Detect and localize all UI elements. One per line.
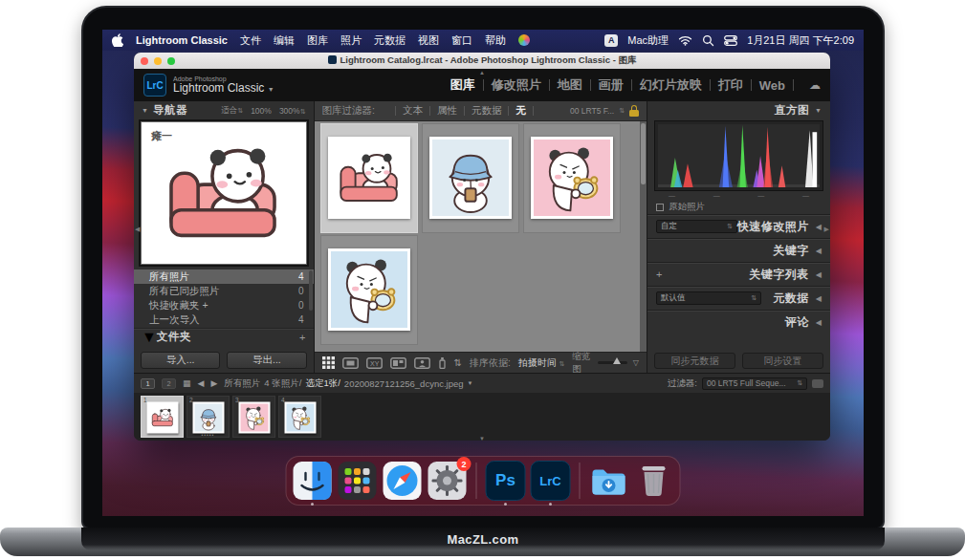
- dock-safari-icon[interactable]: [383, 461, 423, 501]
- photo-cell-1-selected[interactable]: [320, 123, 418, 233]
- filter-lock-icon[interactable]: [629, 105, 639, 117]
- photo-cell-4[interactable]: [320, 235, 418, 345]
- menu-file[interactable]: 文件: [240, 33, 261, 48]
- histogram-header[interactable]: 直方图 ▼: [647, 101, 830, 119]
- filmstrip-thumb-4[interactable]: 4: [278, 396, 321, 438]
- folders-header[interactable]: ▼ 文件夹 +: [134, 328, 314, 345]
- zoom-fit-option[interactable]: 适合⇅: [221, 105, 243, 117]
- sort-value-select[interactable]: 拍摄时间 ⇅: [518, 356, 565, 370]
- catalog-previous-import[interactable]: 上一次导入 4: [134, 312, 314, 327]
- sort-direction-icon[interactable]: ⇅: [454, 357, 462, 368]
- identity-caret-icon[interactable]: ▼: [268, 86, 274, 93]
- filmstrip-source-indicator[interactable]: 所有照片 4 张照片/ 选定1张/ 20200827121256_dcync.j…: [224, 377, 472, 390]
- navigator-preview[interactable]: 瘫一: [141, 121, 307, 265]
- dock-trash-icon[interactable]: [634, 461, 674, 501]
- quick-develop-preset-select[interactable]: 自定⇅: [656, 220, 737, 233]
- metadata-preset-select[interactable]: 默认值⇅: [656, 291, 761, 305]
- control-center-icon[interactable]: [724, 35, 737, 46]
- module-web[interactable]: Web: [759, 78, 785, 93]
- dock-photoshop-icon[interactable]: Ps: [486, 461, 526, 501]
- metadata-section[interactable]: 默认值⇅ 元数据 ◀: [647, 286, 830, 310]
- back-arrow-icon[interactable]: ◀: [198, 378, 205, 388]
- module-slideshow[interactable]: 幻灯片放映: [640, 76, 702, 94]
- filmstrip-thumb-3[interactable]: 3: [232, 396, 275, 438]
- painter-spray-icon[interactable]: [438, 356, 447, 369]
- top-panel-collapse-arrow[interactable]: ▲: [479, 70, 485, 75]
- main-window-button[interactable]: 1: [141, 378, 155, 389]
- module-map[interactable]: 地图: [558, 76, 582, 94]
- catalog-quick-collection[interactable]: 快捷收藏夹 + 0: [134, 298, 314, 312]
- menubar-clock[interactable]: 1月21日 周四 下午2:09: [747, 33, 854, 48]
- catalog-synced-photos[interactable]: 所有已同步照片 0: [134, 284, 314, 298]
- sync-settings-button[interactable]: 同步设置: [742, 353, 823, 369]
- grid-scrollbar[interactable]: [640, 121, 647, 352]
- slider-knob[interactable]: [613, 357, 621, 364]
- keyword-list-section[interactable]: + 关键字列表 ◀: [647, 262, 830, 286]
- original-photo-checkbox[interactable]: [656, 204, 664, 211]
- comments-section[interactable]: 评论 ◀: [647, 310, 830, 334]
- quick-develop-section[interactable]: 自定⇅ 快速修改照片 ◀: [647, 214, 830, 238]
- menu-metadata[interactable]: 元数据: [374, 33, 406, 48]
- menu-edit[interactable]: 编辑: [274, 33, 295, 48]
- photo-cell-2[interactable]: [422, 123, 519, 233]
- filmstrip-filter-select[interactable]: 00 LRT5 Full Seque...⇅: [702, 377, 807, 390]
- navigator-header[interactable]: ▼ 导航器 适合⇅ 100% 300%⇅: [134, 101, 314, 119]
- thumbnail-size-slider[interactable]: [598, 361, 627, 364]
- wifi-icon[interactable]: [678, 35, 692, 46]
- module-library[interactable]: 图库: [450, 76, 475, 94]
- menu-help[interactable]: 帮助: [485, 33, 506, 48]
- filmstrip-thumb-2[interactable]: 2 •••••: [186, 396, 230, 438]
- input-method-icon[interactable]: A: [604, 34, 618, 47]
- left-panel-collapse-arrow[interactable]: ◀: [135, 226, 140, 233]
- second-window-button[interactable]: 2: [162, 378, 176, 389]
- assistant-status-item[interactable]: Mac助理: [627, 33, 669, 48]
- loupe-view-icon[interactable]: [342, 357, 359, 369]
- export-button[interactable]: 导出...: [227, 352, 306, 369]
- compare-view-icon[interactable]: XY: [366, 357, 383, 369]
- menu-extra-status-icon[interactable]: [518, 34, 530, 46]
- forward-arrow-icon[interactable]: ▶: [210, 378, 217, 388]
- menu-view[interactable]: 视图: [418, 33, 439, 48]
- right-panel-collapse-arrow[interactable]: ▶: [824, 226, 829, 233]
- module-book[interactable]: 画册: [599, 76, 624, 94]
- original-photo-row[interactable]: 原始照片: [647, 200, 830, 214]
- grid-shortcut-icon[interactable]: ▦: [183, 378, 191, 388]
- catalog-all-photos[interactable]: 所有照片 4: [134, 269, 314, 284]
- import-button[interactable]: 导入...: [141, 352, 220, 369]
- add-folder-button[interactable]: +: [299, 332, 305, 343]
- dock-launchpad-icon[interactable]: [338, 461, 378, 501]
- apple-logo-icon[interactable]: [112, 33, 123, 47]
- filter-attribute-option[interactable]: 属性: [437, 104, 457, 118]
- cloud-sync-icon[interactable]: ☁: [809, 78, 821, 92]
- filmstrip-thumb-1-selected[interactable]: 1: [141, 396, 184, 438]
- people-view-icon[interactable]: [414, 357, 430, 369]
- section-expand-arrow-icon[interactable]: ◀: [816, 223, 822, 231]
- histogram-panel[interactable]: [654, 120, 823, 191]
- filter-metadata-option[interactable]: 元数据: [472, 104, 502, 118]
- menubar-app-name[interactable]: Lightroom Classic: [136, 34, 228, 46]
- survey-view-icon[interactable]: [390, 357, 406, 369]
- section-expand-arrow-icon[interactable]: ◀: [816, 294, 822, 303]
- dock-downloads-folder-icon[interactable]: [589, 461, 629, 501]
- dock-lightroom-icon[interactable]: LrC: [531, 461, 571, 501]
- zoom-300-option[interactable]: 300%⇅: [279, 106, 306, 116]
- add-keyword-button[interactable]: +: [656, 269, 662, 280]
- dock-settings-icon[interactable]: 2: [428, 461, 468, 501]
- filter-preset-select[interactable]: 00 LRT5 F...: [570, 106, 614, 116]
- filter-text-option[interactable]: 文本: [403, 104, 423, 118]
- menu-photo[interactable]: 照片: [340, 33, 362, 48]
- photo-cell-3[interactable]: [523, 123, 621, 233]
- zoom-100-option[interactable]: 100%: [251, 106, 272, 116]
- catalog-scrollbar[interactable]: [309, 270, 313, 311]
- section-expand-arrow-icon[interactable]: ◀: [816, 247, 822, 255]
- toolbar-options-arrow-icon[interactable]: ▽: [633, 358, 639, 367]
- spotlight-search-icon[interactable]: [702, 34, 714, 47]
- dock-finder-icon[interactable]: [293, 461, 333, 501]
- module-print[interactable]: 打印: [718, 76, 743, 94]
- keywording-section[interactable]: 关键字 ◀: [647, 238, 830, 262]
- filter-none-option[interactable]: 无: [515, 104, 526, 118]
- module-develop[interactable]: 修改照片: [492, 76, 541, 94]
- filter-toggle-switch[interactable]: [812, 379, 823, 388]
- menu-library[interactable]: 图库: [307, 33, 328, 48]
- grid-view-icon[interactable]: [322, 356, 335, 369]
